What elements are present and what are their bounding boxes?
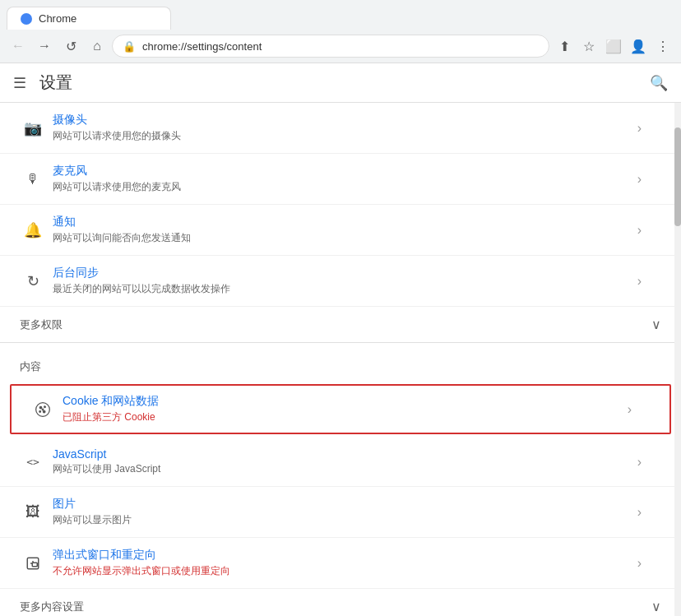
popups-text: 弹出式窗口和重定向 不允许网站显示弹出式窗口或使用重定向 xyxy=(53,548,637,578)
forward-button[interactable]: → xyxy=(33,35,56,58)
list-item[interactable]: 🔔 通知 网站可以询问能否向您发送通知 › xyxy=(0,205,681,256)
bookmark-button[interactable]: ☆ xyxy=(577,35,600,58)
javascript-text: JavaScript 网站可以使用 JavaScript xyxy=(53,447,637,476)
javascript-icon: <> xyxy=(20,456,46,468)
notifications-text: 通知 网站可以询问能否向您发送通知 xyxy=(53,215,637,245)
notifications-arrow: › xyxy=(637,223,642,238)
images-arrow: › xyxy=(637,505,642,520)
divider xyxy=(0,342,681,343)
cookies-title: Cookie 和网站数据 xyxy=(63,394,628,409)
active-tab[interactable]: Chrome xyxy=(7,7,171,30)
sync-title: 后台同步 xyxy=(53,266,637,280)
microphone-desc: 网站可以请求使用您的麦克风 xyxy=(53,180,637,194)
address-text: chrome://settings/content xyxy=(142,40,539,53)
microphone-arrow: › xyxy=(637,172,642,187)
more-content-settings-chevron: ∨ xyxy=(651,599,661,614)
javascript-desc: 网站可以使用 JavaScript xyxy=(53,462,637,476)
reload-button[interactable]: ↺ xyxy=(59,35,82,58)
svg-point-4 xyxy=(43,410,45,413)
images-desc: 网站可以显示图片 xyxy=(53,513,637,527)
address-bar[interactable]: 🔒 chrome://settings/content xyxy=(112,35,549,58)
cookies-text: Cookie 和网站数据 已阻止第三方 Cookie xyxy=(63,394,628,424)
notifications-title: 通知 xyxy=(53,215,637,229)
microphone-title: 麦克风 xyxy=(53,164,637,178)
sync-text: 后台同步 最近关闭的网站可以以完成数据收发操作 xyxy=(53,266,637,296)
list-item[interactable]: 🎙 麦克风 网站可以请求使用您的麦克风 › xyxy=(0,154,681,205)
images-title: 图片 xyxy=(53,497,637,512)
tab-title: Chrome xyxy=(39,12,76,25)
page-title: 设置 xyxy=(39,72,72,94)
settings-header: ☰ 设置 🔍 xyxy=(0,63,681,103)
list-item[interactable]: 弹出式窗口和重定向 不允许网站显示弹出式窗口或使用重定向 › xyxy=(0,538,681,589)
popup-icon xyxy=(20,556,46,571)
scrollbar-thumb[interactable] xyxy=(674,127,681,226)
more-content-settings-label: 更多内容设置 xyxy=(20,600,84,614)
list-item[interactable]: 🖼 图片 网站可以显示图片 › xyxy=(0,487,681,538)
sync-desc: 最近关闭的网站可以以完成数据收发操作 xyxy=(53,282,637,296)
cookies-arrow: › xyxy=(628,402,632,417)
svg-point-1 xyxy=(39,406,42,409)
sidebar-menu-icon[interactable]: ☰ xyxy=(13,74,26,92)
search-icon[interactable]: 🔍 xyxy=(650,74,668,92)
list-item[interactable]: ↻ 后台同步 最近关闭的网站可以以完成数据收发操作 › xyxy=(0,256,681,307)
svg-point-5 xyxy=(42,409,44,410)
settings-page: ☰ 设置 🔍 📷 摄像头 网站可以请求使用您的摄像头 › 🎙 麦克风 网站可以请… xyxy=(0,63,681,616)
share-button[interactable]: ⬆ xyxy=(553,35,576,58)
scrollbar-track[interactable] xyxy=(674,103,681,616)
svg-point-3 xyxy=(39,410,41,412)
camera-title: 摄像头 xyxy=(53,113,637,127)
sync-icon: ↻ xyxy=(20,272,46,290)
list-item[interactable]: <> JavaScript 网站可以使用 JavaScript › xyxy=(0,438,681,487)
notifications-desc: 网站可以询问能否向您发送通知 xyxy=(53,231,637,245)
tab-favicon xyxy=(21,13,32,25)
cookies-desc-suffix: 第三方 Cookie xyxy=(92,411,155,423)
microphone-text: 麦克风 网站可以请求使用您的麦克风 xyxy=(53,164,637,194)
list-item[interactable]: 📷 摄像头 网站可以请求使用您的摄像头 › xyxy=(0,103,681,154)
browser-chrome: Chrome ← → ↺ ⌂ 🔒 chrome://settings/conte… xyxy=(0,0,681,63)
camera-icon: 📷 xyxy=(20,119,46,137)
more-content-settings-header[interactable]: 更多内容设置 ∨ xyxy=(0,589,681,616)
settings-content: 📷 摄像头 网站可以请求使用您的摄像头 › 🎙 麦克风 网站可以请求使用您的麦克… xyxy=(0,103,681,616)
more-permissions-header[interactable]: 更多权限 ∨ xyxy=(0,307,681,339)
cookie-icon xyxy=(30,401,56,418)
toolbar-actions: ⬆ ☆ ⬜ 👤 ⋮ xyxy=(553,35,674,58)
javascript-arrow: › xyxy=(637,455,642,470)
cookies-desc-prefix: 已阻止 xyxy=(63,411,92,423)
svg-point-2 xyxy=(44,405,46,407)
camera-arrow: › xyxy=(637,121,642,136)
popups-desc: 不允许网站显示弹出式窗口或使用重定向 xyxy=(53,564,637,578)
tab-bar: Chrome xyxy=(0,0,681,30)
content-section-label: 内容 xyxy=(0,346,681,381)
menu-button[interactable]: ⋮ xyxy=(651,35,674,58)
images-text: 图片 网站可以显示图片 xyxy=(53,497,637,527)
window-button[interactable]: ⬜ xyxy=(602,35,625,58)
javascript-title: JavaScript xyxy=(53,447,637,461)
images-icon: 🖼 xyxy=(20,503,46,521)
camera-desc: 网站可以请求使用您的摄像头 xyxy=(53,129,637,143)
more-permissions-chevron: ∨ xyxy=(651,317,661,332)
popups-title: 弹出式窗口和重定向 xyxy=(53,548,637,563)
camera-text: 摄像头 网站可以请求使用您的摄像头 xyxy=(53,113,637,143)
microphone-icon: 🎙 xyxy=(20,172,46,187)
profile-button[interactable]: 👤 xyxy=(627,35,650,58)
cookies-item[interactable]: Cookie 和网站数据 已阻止第三方 Cookie › xyxy=(10,384,671,434)
popups-arrow: › xyxy=(637,556,642,571)
more-permissions-label: 更多权限 xyxy=(20,317,63,332)
notification-icon: 🔔 xyxy=(20,221,46,239)
svg-rect-7 xyxy=(32,563,37,567)
browser-toolbar: ← → ↺ ⌂ 🔒 chrome://settings/content ⬆ ☆ … xyxy=(0,30,681,63)
cookies-desc: 已阻止第三方 Cookie xyxy=(63,410,628,424)
security-icon: 🔒 xyxy=(123,40,136,53)
home-button[interactable]: ⌂ xyxy=(86,35,109,58)
sync-arrow: › xyxy=(637,274,642,289)
back-button[interactable]: ← xyxy=(7,35,30,58)
